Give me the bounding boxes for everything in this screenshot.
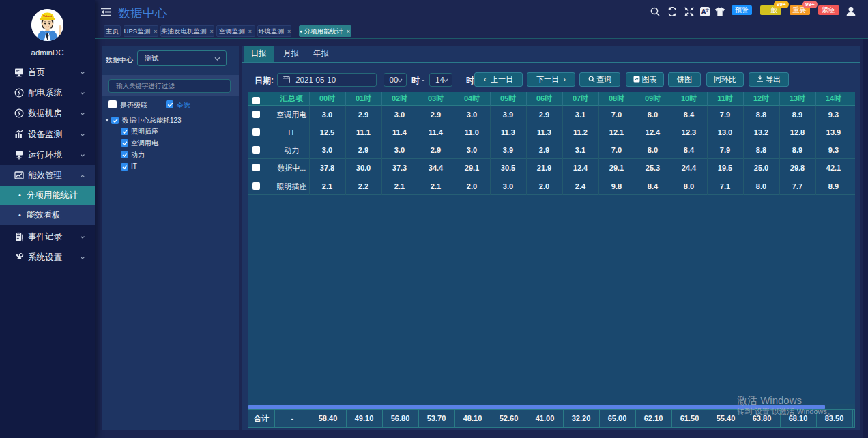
svg-text:Vakont: Vakont [43, 14, 53, 18]
svg-text:文: 文 [706, 8, 710, 12]
